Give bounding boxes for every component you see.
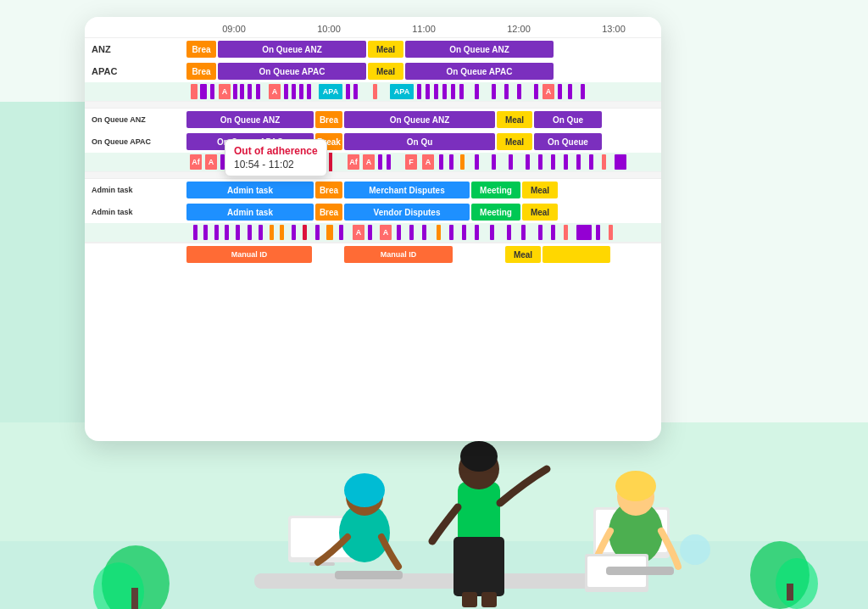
block-break-apac-m[interactable]: Break xyxy=(315,133,342,150)
block-onqueue-anz-m3[interactable]: On Que xyxy=(534,111,602,128)
block-break-admin-1[interactable]: Brea xyxy=(315,182,342,198)
row-group-bottom: Admin task Admin task Brea Merchant Disp… xyxy=(85,179,661,243)
row-timeline-apac: Brea On Queue APAC Meal On Queue APAC xyxy=(186,60,661,82)
tick-14 xyxy=(373,84,377,99)
tick-m14 xyxy=(538,154,542,170)
block-meal-admin-2[interactable]: Meal xyxy=(522,204,558,221)
block-meal-apac1[interactable]: Meal xyxy=(368,63,403,80)
tick-b28 xyxy=(564,225,568,240)
tick-a1: A xyxy=(219,84,231,99)
tick-b18 xyxy=(422,225,426,240)
row-timeline-onqueue-anz: On Queue ANZ Brea On Queue ANZ Meal On Q… xyxy=(186,109,661,131)
block-merchant[interactable]: Merchant Disputes xyxy=(344,182,470,198)
tick-af2: AF xyxy=(229,154,241,170)
person2-arm-right xyxy=(500,469,547,503)
tick-m19 xyxy=(602,154,606,170)
tick-m12 xyxy=(509,154,513,170)
row-label-apac: APAC xyxy=(85,66,186,76)
block-onqueue-apac2[interactable]: On Queue APAC xyxy=(405,63,554,80)
row-label-admin-2: Admin task xyxy=(85,208,186,216)
tick-m9 xyxy=(460,154,465,170)
tick-m6 xyxy=(387,154,391,170)
chair-back-2 xyxy=(606,567,674,575)
tick-m15 xyxy=(551,154,555,170)
row-onqueue-apac: On Queue APAC On Queue APAC Break On Qu … xyxy=(85,131,661,153)
block-break-apac[interactable]: Brea xyxy=(186,63,216,80)
tick-11 xyxy=(307,84,311,99)
tick-m18 xyxy=(589,154,593,170)
block-meal-anz-m[interactable]: Meal xyxy=(497,111,532,128)
tick-13 xyxy=(353,84,358,99)
tick-apa-m: APA xyxy=(261,154,285,170)
row-manual: Manual ID Manual ID Meal xyxy=(85,243,661,265)
block-meal-anz1[interactable]: Meal xyxy=(368,41,403,58)
block-onqueue-apac-m2[interactable]: On Qu xyxy=(344,133,495,150)
block-break-admin-2[interactable]: Brea xyxy=(315,204,342,221)
block-meal-manual[interactable]: Meal xyxy=(505,246,541,263)
block-onqueue-anz1[interactable]: On Queue ANZ xyxy=(218,41,366,58)
block-onqueue-anz-m2[interactable]: On Queue ANZ xyxy=(344,111,495,128)
person1-headscarf xyxy=(344,473,385,507)
block-break-anz[interactable]: Brea xyxy=(186,41,216,58)
block-meal-admin-1[interactable]: Meal xyxy=(522,182,558,198)
block-admin-2[interactable]: Admin task xyxy=(186,204,314,221)
tick-af1: Af xyxy=(190,154,202,170)
tick-apa2: APA xyxy=(390,84,414,99)
tick-28 xyxy=(581,84,585,99)
tick-b6 xyxy=(248,225,252,240)
tick-f1: F xyxy=(405,154,417,170)
tick-b-last xyxy=(576,225,592,240)
tick-5 xyxy=(240,84,244,99)
tick-b25 xyxy=(521,225,526,240)
row-timeline-admin-2: Admin task Brea Vendor Disputes Meeting … xyxy=(186,201,661,223)
block-onqueue-anz2[interactable]: On Queue ANZ xyxy=(405,41,554,58)
tick-b4 xyxy=(225,225,229,240)
tick-b13 xyxy=(326,225,333,240)
block-meal-apac-m[interactable]: Meal xyxy=(497,133,532,150)
tick-a3: A xyxy=(542,84,554,99)
time-marker-4: 12:00 xyxy=(471,24,566,34)
section-divider-2 xyxy=(85,172,661,179)
tick-b17 xyxy=(409,225,414,240)
block-onqueue-apac-m1[interactable]: On Queue APAC xyxy=(186,133,314,150)
block-manual-3[interactable] xyxy=(542,246,610,263)
block-meeting-1[interactable]: Meeting xyxy=(471,182,520,198)
tick-b15 xyxy=(368,225,372,240)
tick-b5 xyxy=(236,225,240,240)
timeline-header: 09:00 10:00 11:00 12:00 13:00 xyxy=(85,17,661,38)
row-admin-1: Admin task Admin task Brea Merchant Disp… xyxy=(85,179,661,201)
tick-m13 xyxy=(526,154,530,170)
tick-a-m2: A xyxy=(363,154,375,170)
block-manual-1[interactable]: Manual ID xyxy=(186,246,312,263)
tick-b20 xyxy=(449,225,453,240)
tick-b14 xyxy=(339,225,343,240)
block-admin-1[interactable]: Admin task xyxy=(186,182,314,198)
tick-b27 xyxy=(551,225,555,240)
row-group-middle: On Queue ANZ On Queue ANZ Brea On Queue … xyxy=(85,109,661,172)
tick-10 xyxy=(299,84,303,99)
row-group-top: ANZ Brea On Queue ANZ Meal On Queue ANZ … xyxy=(85,38,661,102)
section-divider-1 xyxy=(85,102,661,109)
tick-b9 xyxy=(280,225,284,240)
plant-stem-right xyxy=(787,584,793,601)
block-meeting-2[interactable]: Meeting xyxy=(471,204,520,221)
block-onqueue-apac-m3[interactable]: On Queue xyxy=(534,133,602,150)
anomaly-bar xyxy=(329,153,332,171)
row-apac-top: APAC Brea On Queue APAC Meal On Queue AP… xyxy=(85,60,661,82)
tick-b19 xyxy=(437,225,441,240)
tick-m11 xyxy=(492,154,496,170)
person2-skirt xyxy=(453,537,504,596)
block-vendor[interactable]: Vendor Disputes xyxy=(344,204,470,221)
block-onqueue-anz-m1[interactable]: On Queue ANZ xyxy=(186,111,314,128)
tick-a-b2: A xyxy=(380,225,392,240)
tick-b26 xyxy=(538,225,542,240)
tick-m16 xyxy=(564,154,568,170)
row-anz-top: ANZ Brea On Queue ANZ Meal On Queue ANZ xyxy=(85,38,661,60)
tick-b22 xyxy=(475,225,479,240)
block-break-anz-m[interactable]: Brea xyxy=(315,111,342,128)
tick-m17 xyxy=(576,154,581,170)
tick-4 xyxy=(233,84,237,99)
tick-9 xyxy=(292,84,296,99)
block-manual-2[interactable]: Manual ID xyxy=(344,246,453,263)
block-onqueue-apac1[interactable]: On Queue APAC xyxy=(218,63,366,80)
